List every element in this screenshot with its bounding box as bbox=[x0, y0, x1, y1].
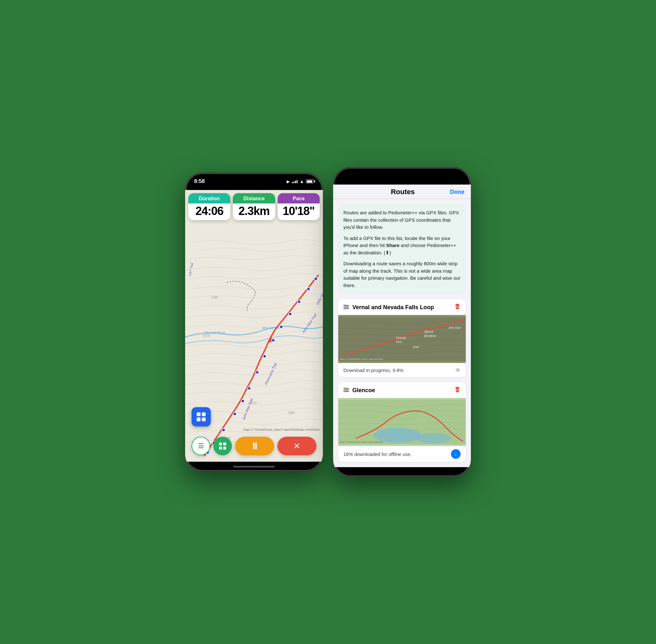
pace-label: Pace bbox=[293, 196, 305, 201]
stop-button[interactable]: ✕ bbox=[277, 437, 317, 455]
info-text-2: To add a GPX file to this list, locate t… bbox=[343, 235, 461, 257]
battery-icon bbox=[306, 179, 314, 183]
list-icon: ☰ bbox=[198, 442, 204, 450]
content-area: Routes are added to Pedometer++ via GPX … bbox=[333, 199, 471, 467]
duration-value-box: 24:06 bbox=[188, 204, 230, 220]
map-attribution: Maps © Thunderforest, Data © OpenStreetM… bbox=[243, 428, 320, 431]
route-title-row-glencoe: Glencoe bbox=[343, 387, 375, 394]
svg-point-20 bbox=[288, 313, 292, 316]
svg-point-16 bbox=[256, 371, 259, 374]
svg-rect-30 bbox=[202, 412, 206, 416]
svg-rect-29 bbox=[197, 412, 201, 416]
svg-rect-34 bbox=[223, 442, 226, 445]
bottom-toolbar: ☰ ⏸ ✕ bbox=[191, 437, 317, 455]
glencoe-status: 16% downloaded for offline use. bbox=[343, 452, 412, 457]
signal-icon-2 bbox=[440, 174, 446, 178]
pace-value: 10'18" bbox=[282, 204, 314, 217]
home-bar-1 bbox=[233, 466, 275, 467]
time-1: 8:58 bbox=[194, 178, 205, 185]
delete-glencoe-button[interactable] bbox=[454, 386, 461, 395]
wifi-icon-2: ▲ bbox=[447, 173, 452, 179]
svg-point-42 bbox=[345, 308, 346, 309]
done-button[interactable]: Done bbox=[450, 189, 465, 196]
svg-rect-33 bbox=[219, 442, 222, 445]
glencoe-map-svg: Maps © Thunderforest, Data © OpenStreetM… bbox=[338, 398, 466, 446]
battery-icon-2 bbox=[454, 174, 462, 178]
home-bar-2 bbox=[381, 471, 423, 473]
stat-card-duration: Duration 24:06 bbox=[188, 193, 230, 220]
route-header-vernal: Vernal and Nevada Falls Loop bbox=[338, 299, 466, 315]
signal-icon bbox=[292, 179, 298, 183]
map-view-button[interactable] bbox=[213, 437, 232, 455]
status-icons-2: ▲ bbox=[440, 173, 462, 179]
routes-screen: Routes Done Routes are added to Pedomete… bbox=[333, 185, 471, 467]
route-card-glencoe: Glencoe bbox=[338, 382, 466, 462]
svg-rect-32 bbox=[202, 417, 206, 421]
time-2: 11:19 bbox=[342, 173, 355, 179]
svg-text:Maps © Thunderforest, Data © O: Maps © Thunderforest, Data © OpenStreetM… bbox=[340, 441, 383, 443]
dynamic-island bbox=[235, 177, 273, 188]
location-icon: ▶ bbox=[287, 179, 290, 184]
svg-point-12 bbox=[222, 428, 225, 432]
svg-point-18 bbox=[272, 339, 275, 342]
svg-text:Merced River: Merced River bbox=[204, 331, 226, 335]
svg-text:1880: 1880 bbox=[288, 411, 295, 415]
duration-value: 24:06 bbox=[195, 204, 223, 217]
pause-icon: ⏸ bbox=[250, 441, 259, 452]
trash-icon-glencoe bbox=[454, 386, 461, 393]
svg-rect-31 bbox=[197, 417, 201, 421]
sliders-icon-2 bbox=[343, 388, 349, 392]
download-button-glencoe[interactable]: ↓ bbox=[451, 449, 461, 459]
svg-point-19 bbox=[280, 325, 283, 328]
nav-bar: Routes Done bbox=[333, 185, 471, 199]
stat-card-distance: Distance 2.3km bbox=[233, 193, 275, 220]
svg-text:1670: 1670 bbox=[203, 334, 210, 338]
home-indicator-2 bbox=[333, 467, 471, 477]
info-text-1: Routes are added to Pedometer++ via GPX … bbox=[343, 209, 461, 231]
svg-rect-64 bbox=[456, 387, 459, 388]
svg-point-23 bbox=[314, 277, 318, 280]
filter-icon-vernal bbox=[343, 304, 349, 311]
svg-point-59 bbox=[344, 388, 346, 389]
pause-button[interactable]: ⏸ bbox=[235, 437, 274, 455]
info-card: Routes are added to Pedometer++ via GPX … bbox=[338, 204, 466, 294]
glencoe-map-preview: Maps © Thunderforest, Data © OpenStreetM… bbox=[338, 398, 466, 446]
list-view-button[interactable]: ☰ bbox=[191, 437, 210, 455]
distance-header: Distance bbox=[233, 193, 275, 204]
svg-point-13 bbox=[233, 412, 236, 416]
vernal-map-svg: Grizzly Pea... Mount Broderic John Muir … bbox=[338, 315, 466, 363]
route-title-glencoe: Glencoe bbox=[352, 387, 375, 394]
distance-value: 2.3km bbox=[238, 204, 270, 217]
route-title-vernal: Vernal and Nevada Falls Loop bbox=[352, 304, 434, 311]
spinner-icon-vernal: ✳ bbox=[455, 366, 461, 374]
svg-point-21 bbox=[298, 300, 301, 303]
duration-label: Duration bbox=[199, 196, 220, 201]
glencoe-footer: 16% downloaded for offline use. ↓ bbox=[338, 446, 466, 462]
trash-icon-vernal bbox=[454, 303, 461, 310]
svg-point-22 bbox=[307, 288, 310, 291]
svg-point-17 bbox=[263, 355, 266, 358]
svg-text:Pea...: Pea... bbox=[396, 340, 404, 343]
dynamic-island-2 bbox=[383, 172, 421, 183]
nav-title: Routes bbox=[391, 188, 415, 196]
map-app-button[interactable] bbox=[191, 407, 211, 427]
wifi-icon: ▲ bbox=[300, 179, 304, 184]
svg-point-41 bbox=[347, 306, 348, 307]
home-indicator-1 bbox=[185, 462, 323, 471]
svg-point-40 bbox=[344, 305, 346, 306]
svg-rect-43 bbox=[456, 305, 459, 309]
distance-label: Distance bbox=[243, 196, 265, 201]
sliders-icon bbox=[343, 305, 349, 309]
svg-point-68 bbox=[374, 428, 421, 443]
route-header-glencoe: Glencoe bbox=[338, 382, 466, 398]
svg-text:1780: 1780 bbox=[211, 296, 218, 299]
svg-text:Maps © Thunderforest, Data © O: Maps © Thunderforest, Data © OpenStreetM… bbox=[340, 358, 383, 361]
svg-rect-35 bbox=[219, 446, 222, 450]
svg-point-15 bbox=[248, 387, 251, 390]
route-title-row-vernal: Vernal and Nevada Falls Loop bbox=[343, 304, 434, 311]
svg-rect-45 bbox=[456, 304, 459, 305]
vernal-status: Download in progress, 9.8% bbox=[343, 368, 404, 373]
route-card-vernal: Vernal and Nevada Falls Loop bbox=[338, 299, 466, 377]
delete-vernal-button[interactable] bbox=[454, 303, 461, 312]
svg-text:Grizzly: Grizzly bbox=[396, 336, 406, 340]
